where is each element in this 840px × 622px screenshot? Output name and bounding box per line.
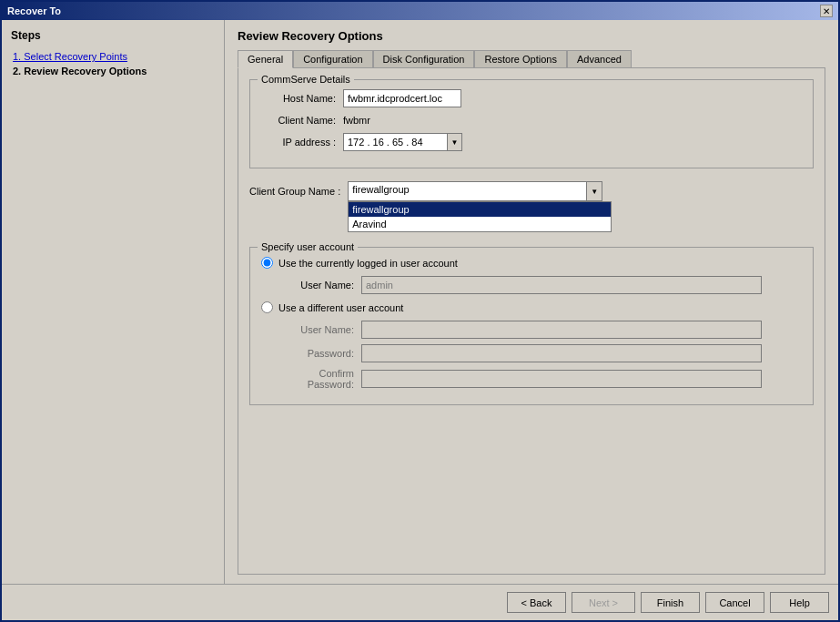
sidebar: Steps 1. Select Recovery Points 2. Revie… [2,20,225,584]
client-group-dropdown-list: firewallgroup Aravind [348,201,612,232]
client-group-label: Client Group Name : [249,186,340,197]
window-title: Recover To [7,5,61,16]
diff-username-label: User Name: [279,324,361,335]
tab-advanced[interactable]: Advanced [567,50,632,68]
diff-confirm-label: Confirm Password: [279,368,361,390]
username-current-label: User Name: [279,280,361,291]
diff-confirm-row: Confirm Password: [261,368,802,390]
tab-content-general: CommServe Details Host Name: Client Name… [238,67,825,575]
ipaddress-dropdown: ▼ [343,133,462,151]
tabs: General Configuration Disk Configuration… [238,50,825,68]
diff-password-input[interactable] [361,344,762,362]
title-bar: Recover To ✕ [2,2,838,20]
close-button[interactable]: ✕ [820,5,833,17]
commserve-group: CommServe Details Host Name: Client Name… [249,79,814,168]
sidebar-item-select-recovery[interactable]: 1. Select Recovery Points [11,51,215,62]
radio-diff-user-label: Use a different user account [278,302,403,313]
client-group-row: Client Group Name : firewallgroup ▼ fire… [249,181,814,201]
steps-title: Steps [11,29,215,42]
hostname-label: Host Name: [261,93,343,104]
help-button[interactable]: Help [770,592,829,613]
next-button[interactable]: Next > [572,592,635,613]
radio-current-user[interactable] [261,257,273,269]
sidebar-item-review-recovery: 2. Review Recovery Options [11,66,215,76]
tab-configuration[interactable]: Configuration [293,50,372,68]
username-current-row: User Name: [261,276,802,294]
tab-disk-configuration[interactable]: Disk Configuration [373,50,475,68]
radio-current-user-label: Use the currently logged in user account [278,258,458,269]
user-account-group-title: Specify user account [258,241,358,252]
diff-username-row: User Name: [261,321,802,339]
ipaddress-dropdown-btn[interactable]: ▼ [448,133,462,151]
tab-restore-options[interactable]: Restore Options [474,50,566,68]
tab-general[interactable]: General [238,50,293,68]
ipaddress-input[interactable] [343,133,448,151]
client-group-option-firewallgroup[interactable]: firewallgroup [349,202,611,217]
radio-diff-user[interactable] [261,301,273,313]
right-panel: Review Recovery Options General Configur… [225,20,838,584]
bottom-bar: < Back Next > Finish Cancel Help [2,584,838,620]
clientname-label: Client Name: [261,115,343,126]
hostname-row: Host Name: [261,89,802,107]
radio-current-user-row: Use the currently logged in user account [261,257,802,269]
username-current-input[interactable] [361,276,762,294]
diff-password-label: Password: [279,348,361,359]
diff-password-row: Password: [261,344,802,362]
clientname-row: Client Name: fwbmr [261,115,802,126]
main-content: Steps 1. Select Recovery Points 2. Revie… [2,20,838,584]
cancel-button[interactable]: Cancel [705,592,764,613]
ipaddress-label: IP address : [261,137,343,148]
finish-button[interactable]: Finish [641,592,700,613]
user-account-group: Specify user account Use the currently l… [249,247,814,405]
panel-title: Review Recovery Options [238,29,825,43]
commserve-group-title: CommServe Details [258,74,354,85]
client-group-selected-value: firewallgroup [352,184,409,195]
client-group-dropdown-container: firewallgroup ▼ firewallgroup Aravind [348,181,602,201]
hostname-input[interactable] [343,89,461,107]
radio-diff-user-row: Use a different user account [261,301,802,313]
window: Recover To ✕ Steps 1. Select Recovery Po… [0,0,840,622]
ipaddress-row: IP address : ▼ [261,133,802,151]
diff-username-input[interactable] [361,321,762,339]
back-button[interactable]: < Back [507,592,566,613]
client-group-select[interactable]: firewallgroup [348,181,602,201]
clientname-value: fwbmr [343,115,370,126]
diff-confirm-input[interactable] [361,370,762,388]
client-group-option-aravind[interactable]: Aravind [349,217,611,231]
